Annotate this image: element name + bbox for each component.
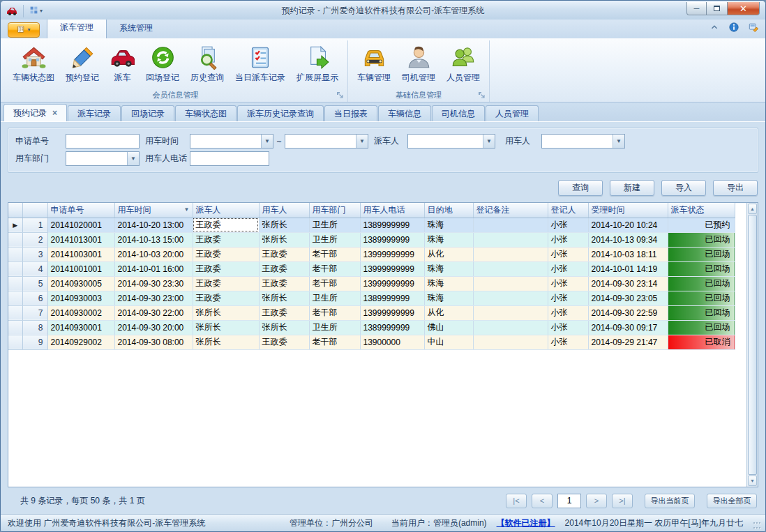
- cell-phone[interactable]: 1389999999: [360, 218, 424, 232]
- cell-remark[interactable]: [473, 305, 548, 320]
- ribbon-button-driver-management[interactable]: 司机管理: [396, 42, 441, 85]
- cell-dept[interactable]: 卫生所: [309, 232, 360, 247]
- export-all-pages-button[interactable]: 导出全部页: [707, 494, 757, 508]
- tab-vehicle-info[interactable]: 车辆信息: [378, 105, 431, 121]
- next-page-button[interactable]: >: [586, 494, 607, 508]
- cell-accept_time[interactable]: 2014-09-30 23:05: [588, 291, 668, 305]
- status-cell[interactable]: 已取消: [668, 335, 735, 349]
- column-header-destination[interactable]: 目的地: [424, 203, 473, 218]
- cell-phone[interactable]: 13900000: [360, 335, 424, 349]
- cell-dept[interactable]: 卫生所: [309, 320, 360, 335]
- skin-icon[interactable]: [749, 22, 758, 35]
- cell-accept_time[interactable]: 2014-09-29 21:47: [588, 335, 668, 349]
- cell-dept[interactable]: 老干部: [309, 261, 360, 276]
- status-cell[interactable]: 已回场: [668, 261, 735, 276]
- cell-dept[interactable]: 老干部: [309, 305, 360, 320]
- tab-vehicle-status-map[interactable]: 车辆状态图: [175, 105, 236, 121]
- cell-apply_no[interactable]: 20140930003: [47, 291, 114, 305]
- cell-destination[interactable]: 从化: [424, 305, 473, 320]
- query-button[interactable]: 查询: [558, 180, 603, 196]
- column-header-dept[interactable]: 用车部门: [309, 203, 360, 218]
- chevron-down-icon[interactable]: ▼: [261, 135, 273, 148]
- cell-registrar[interactable]: 小张: [548, 305, 588, 320]
- collapse-ribbon-icon[interactable]: [709, 22, 719, 35]
- vertical-scrollbar[interactable]: ▲ ▼: [746, 203, 758, 487]
- cell-dispatcher[interactable]: 王政委: [193, 232, 259, 247]
- dept-combo[interactable]: ▼: [66, 151, 140, 166]
- scroll-down-icon[interactable]: ▼: [748, 476, 757, 486]
- cell-user[interactable]: 张所长: [259, 320, 309, 335]
- column-header-phone[interactable]: 用车人电话: [360, 203, 424, 218]
- first-page-button[interactable]: |<: [506, 494, 527, 508]
- last-page-button[interactable]: >|: [612, 494, 633, 508]
- minimize-button[interactable]: ─: [686, 2, 707, 15]
- cell-use_time[interactable]: 2014-09-30 22:00: [114, 305, 193, 320]
- cell-phone[interactable]: 13999999999: [360, 261, 424, 276]
- ribbon-button-today-dispatch-records[interactable]: 当日派车记录: [230, 42, 291, 85]
- cell-use_time[interactable]: 2014-09-30 20:00: [114, 320, 193, 335]
- cell-accept_time[interactable]: 2014-09-30 23:14: [588, 276, 668, 291]
- tab-dispatch-records[interactable]: 派车记录: [68, 105, 121, 121]
- cell-accept_time[interactable]: 2014-10-20 10:24: [588, 218, 668, 232]
- cell-registrar[interactable]: 小张: [548, 232, 588, 247]
- cell-user[interactable]: 王政委: [259, 261, 309, 276]
- chevron-down-icon[interactable]: ▾: [40, 8, 43, 14]
- ribbon-button-vehicle-status-map[interactable]: 车辆状态图: [7, 42, 60, 85]
- cell-destination[interactable]: 珠海: [424, 232, 473, 247]
- status-cell[interactable]: 已回场: [668, 247, 735, 261]
- cell-user[interactable]: 王政委: [259, 247, 309, 261]
- cell-use_time[interactable]: 2014-10-20 13:00: [114, 218, 193, 232]
- cell-apply_no[interactable]: 20141013001: [47, 232, 114, 247]
- table-row[interactable]: 5201409300052014-09-30 23:30王政委王政委老干部139…: [8, 276, 735, 291]
- cell-apply_no[interactable]: 20140930005: [47, 276, 114, 291]
- cell-apply_no[interactable]: 20140930001: [47, 320, 114, 335]
- table-row[interactable]: 6201409300032014-09-30 23:00王政委张所长卫生所138…: [8, 291, 735, 305]
- maximize-button[interactable]: [707, 2, 727, 15]
- dialog-launcher-icon[interactable]: [336, 91, 344, 99]
- cell-phone[interactable]: 13999999999: [360, 305, 424, 320]
- column-header-use_time[interactable]: 用车时间▼: [114, 203, 193, 218]
- quick-access-toolbar[interactable]: ▾: [23, 5, 43, 17]
- resize-grip[interactable]: [753, 522, 763, 531]
- cell-user[interactable]: 王政委: [259, 276, 309, 291]
- chevron-down-icon[interactable]: ▼: [483, 135, 495, 148]
- cell-apply_no[interactable]: 20140929002: [47, 335, 114, 349]
- cell-dispatcher[interactable]: 王政委: [193, 247, 259, 261]
- cell-dispatcher[interactable]: 张所长: [193, 320, 259, 335]
- cell-dispatcher[interactable]: 王政委: [193, 261, 259, 276]
- cell-apply_no[interactable]: 20141020001: [47, 218, 114, 232]
- cell-apply_no[interactable]: 20141001001: [47, 261, 114, 276]
- cell-dispatcher[interactable]: 王政委: [193, 276, 259, 291]
- info-icon[interactable]: [729, 22, 739, 35]
- cell-user[interactable]: 张所长: [259, 291, 309, 305]
- prev-page-button[interactable]: <: [532, 494, 553, 508]
- cell-accept_time[interactable]: 2014-09-30 09:17: [588, 320, 668, 335]
- column-header-registrar[interactable]: 登记人: [548, 203, 588, 218]
- license-registered-link[interactable]: 【软件已注册】: [497, 517, 555, 529]
- cell-remark[interactable]: [473, 320, 548, 335]
- column-header-status[interactable]: 派车状态: [668, 203, 735, 218]
- cell-registrar[interactable]: 小张: [548, 291, 588, 305]
- ribbon-tab-dispatch[interactable]: 派车管理: [47, 17, 107, 38]
- scroll-up-icon[interactable]: ▲: [748, 204, 757, 214]
- status-cell[interactable]: 已回场: [668, 291, 735, 305]
- cell-use_time[interactable]: 2014-09-30 08:00: [114, 335, 193, 349]
- status-cell[interactable]: 已回场: [668, 320, 735, 335]
- cell-dept[interactable]: 卫生所: [309, 291, 360, 305]
- cell-dispatcher[interactable]: 王政委: [193, 218, 259, 232]
- table-row[interactable]: 2201410130012014-10-13 15:00王政委张所长卫生所138…: [8, 232, 735, 247]
- cell-destination[interactable]: 从化: [424, 247, 473, 261]
- phone-input[interactable]: [190, 151, 269, 166]
- cell-remark[interactable]: [473, 218, 548, 232]
- cell-use_time[interactable]: 2014-09-30 23:00: [114, 291, 193, 305]
- tab-dispatch-history-query[interactable]: 派车历史记录查询: [237, 105, 324, 121]
- use-time-to-combo[interactable]: ▼: [285, 134, 368, 149]
- table-row[interactable]: 8201409300012014-09-30 20:00张所长张所长卫生所138…: [8, 320, 735, 335]
- status-cell[interactable]: 已预约: [668, 218, 735, 232]
- cell-phone[interactable]: 1389999999: [360, 232, 424, 247]
- cell-accept_time[interactable]: 2014-10-01 14:19: [588, 261, 668, 276]
- chevron-down-icon[interactable]: ▼: [613, 135, 624, 148]
- status-cell[interactable]: 已回场: [668, 276, 735, 291]
- export-button[interactable]: 导出: [713, 180, 758, 196]
- tab-daily-report[interactable]: 当日报表: [324, 105, 377, 121]
